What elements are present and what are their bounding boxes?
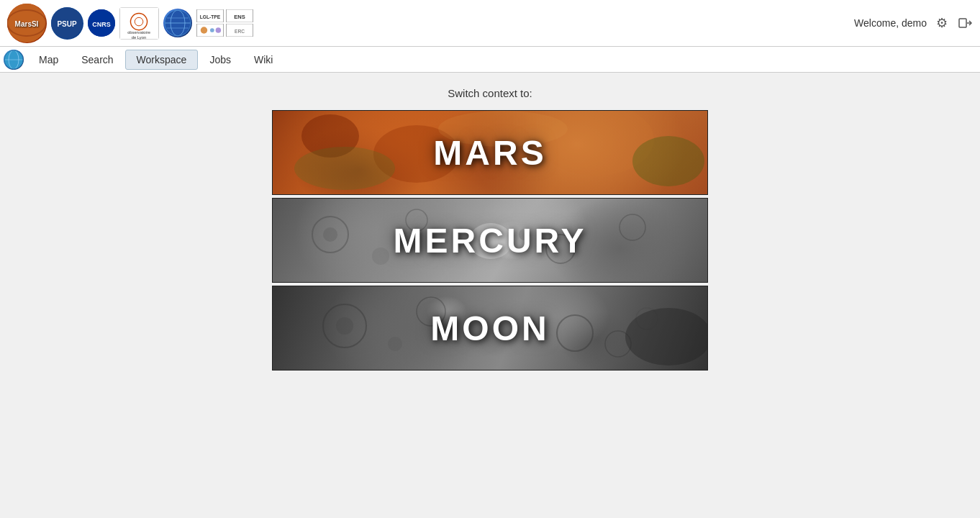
svg-point-45 bbox=[372, 247, 389, 265]
svg-rect-28 bbox=[959, 19, 966, 27]
welcome-text: Welcome, demo bbox=[854, 17, 927, 29]
header: MarsSI PSUP CNRS observatoire de Lyo bbox=[0, 0, 980, 47]
svg-point-37 bbox=[632, 136, 704, 186]
marssi-logo[interactable]: MarsSI bbox=[7, 4, 47, 43]
svg-point-41 bbox=[323, 227, 337, 242]
svg-text:LGL-TPE: LGL-TPE bbox=[200, 14, 221, 19]
svg-point-23 bbox=[216, 27, 222, 33]
logo-area: MarsSI PSUP CNRS observatoire de Lyo bbox=[7, 4, 253, 43]
nav-jobs[interactable]: Jobs bbox=[198, 50, 242, 70]
svg-point-44 bbox=[620, 214, 645, 240]
nav-workspace[interactable]: Workspace bbox=[125, 50, 199, 70]
svg-text:PSUP: PSUP bbox=[57, 20, 77, 28]
svg-point-22 bbox=[210, 28, 214, 32]
planets-logo[interactable] bbox=[196, 24, 224, 37]
moon-card[interactable]: MOON bbox=[272, 286, 708, 371]
main-content: Switch context to: MARS bbox=[0, 73, 980, 388]
svg-point-53 bbox=[388, 337, 402, 351]
svg-text:ERC: ERC bbox=[235, 29, 245, 34]
logout-icon[interactable] bbox=[957, 15, 973, 31]
ens-logo[interactable]: ENS bbox=[226, 9, 253, 22]
small-logos: LGL-TPE ENS bbox=[196, 9, 253, 37]
lgl-tpe-logo[interactable]: LGL-TPE bbox=[196, 9, 224, 22]
mars-card[interactable]: MARS bbox=[272, 110, 708, 195]
mercury-card[interactable]: MERCURY bbox=[272, 198, 708, 283]
svg-text:observatoire: observatoire bbox=[127, 30, 150, 35]
svg-text:MarsSI: MarsSI bbox=[15, 20, 39, 28]
erc-logo[interactable]: ERC bbox=[226, 24, 253, 37]
nav-map[interactable]: Map bbox=[27, 50, 70, 70]
moon-label: MOON bbox=[430, 309, 549, 348]
psup-logo[interactable]: PSUP bbox=[51, 7, 83, 40]
cnrs-logo[interactable]: CNRS bbox=[88, 9, 115, 37]
nav-wiki[interactable]: Wiki bbox=[242, 50, 284, 70]
navbar: Map Search Workspace Jobs Wiki bbox=[0, 47, 980, 73]
mercury-label: MERCURY bbox=[394, 221, 587, 260]
settings-icon[interactable]: ⚙ bbox=[934, 15, 950, 31]
switch-context-label: Switch context to: bbox=[448, 87, 532, 99]
nav-search[interactable]: Search bbox=[70, 50, 124, 70]
svg-point-38 bbox=[294, 147, 395, 190]
mars-label: MARS bbox=[433, 133, 546, 173]
svg-point-51 bbox=[557, 315, 593, 351]
svg-text:ENS: ENS bbox=[234, 14, 245, 20]
nav-globe-icon[interactable] bbox=[4, 50, 24, 70]
header-right: Welcome, demo ⚙ bbox=[854, 15, 973, 31]
globe-logo[interactable] bbox=[163, 9, 192, 37]
svg-point-56 bbox=[625, 308, 708, 365]
svg-point-21 bbox=[201, 27, 207, 33]
obs-lyon-logo[interactable]: observatoire de Lyon bbox=[119, 7, 159, 40]
svg-point-49 bbox=[336, 317, 353, 335]
svg-text:de Lyon: de Lyon bbox=[132, 35, 146, 40]
svg-text:CNRS: CNRS bbox=[92, 21, 111, 28]
